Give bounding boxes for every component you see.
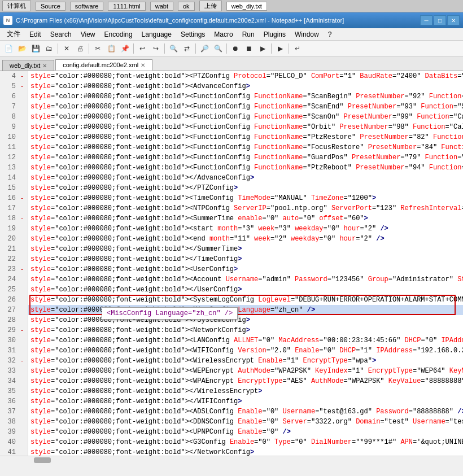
save-all-button[interactable]: 🗂	[43, 42, 55, 55]
code-line[interactable]: style="color:#000080;font-weight:bold"><…	[28, 71, 463, 81]
tab-config-close[interactable]: ✕	[141, 62, 145, 68]
tab-config[interactable]: config.default.mc200e2.xml ✕	[55, 59, 152, 71]
code-line[interactable]: style="color:#000080;font-weight:bold"><…	[28, 91, 463, 102]
menu-plugins[interactable]: Plugins	[259, 29, 290, 40]
macro-play-button[interactable]: ▶	[256, 42, 269, 55]
redo-button[interactable]: ↪	[150, 42, 162, 55]
code-line[interactable]: style="color:#000080;font-weight:bold"><…	[28, 173, 463, 183]
code-line[interactable]: style="color:#000080;font-weight:bold"><…	[28, 335, 463, 346]
code-line[interactable]: style="color:#000080;font-weight:bold"><…	[28, 142, 463, 152]
code-line[interactable]: style="color:#000080;font-weight:bold"><…	[28, 81, 463, 91]
minimize-button[interactable]: ─	[420, 15, 433, 25]
menu-encoding[interactable]: Encoding	[100, 29, 137, 40]
menu-language[interactable]: Language	[137, 29, 176, 40]
code-line[interactable]: style="color:#000080;font-weight:bold"><…	[28, 193, 463, 203]
code-line[interactable]: style="color:#000080;font-weight:bold"><…	[28, 386, 463, 396]
macro-stop-button[interactable]: ⏹	[243, 42, 255, 55]
code-line[interactable]: style="color:#000080;font-weight:bold"><…	[28, 102, 463, 112]
code-line[interactable]: style="color:#000080;font-weight:bold"><…	[28, 152, 463, 163]
macro-record-button[interactable]: ⏺	[229, 42, 242, 55]
fold-marker[interactable]: -	[18, 71, 26, 81]
fold-marker[interactable]: -	[18, 213, 26, 224]
taskbar-item-upload[interactable]: 上传	[199, 1, 222, 11]
code-line[interactable]: style="color:#000080;font-weight:bold"><…	[28, 305, 463, 315]
code-line[interactable]: style="color:#000080;font-weight:bold"><…	[28, 183, 463, 193]
save-button[interactable]: 💾	[29, 42, 42, 55]
code-line[interactable]: style="color:#000080;font-weight:bold"><…	[28, 396, 463, 407]
menu-window[interactable]: Window	[290, 29, 324, 40]
taskbar-item-source[interactable]: Source	[36, 2, 65, 11]
code-line[interactable]: style="color:#000080;font-weight:bold"><…	[28, 274, 463, 285]
menu-file[interactable]: 文件	[2, 28, 25, 40]
new-button[interactable]: 📄	[2, 42, 15, 55]
code-line[interactable]: style="color:#000080;font-weight:bold"><…	[28, 325, 463, 335]
code-line[interactable]: style="color:#000080;font-weight:bold"><…	[28, 417, 463, 427]
gutter-empty	[18, 417, 26, 427]
line-number: 30	[0, 335, 18, 346]
code-panel[interactable]: style="color:#000080;font-weight:bold"><…	[28, 71, 463, 456]
code-line[interactable]: style="color:#000080;font-weight:bold"><…	[28, 437, 463, 447]
fold-marker[interactable]: -	[18, 325, 26, 335]
fold-marker[interactable]: -	[18, 264, 26, 274]
copy-button[interactable]: 📋	[105, 42, 117, 55]
word-wrap-button[interactable]: ↵	[291, 42, 304, 55]
taskbar-item-wabt[interactable]: wabt	[150, 2, 173, 11]
scrollbar-thumb[interactable]	[34, 457, 51, 463]
code-line[interactable]: style="color:#000080;font-weight:bold"><…	[28, 203, 463, 213]
code-line[interactable]: style="color:#000080;font-weight:bold"><…	[28, 112, 463, 122]
run-button[interactable]: ▶	[274, 42, 286, 55]
menu-edit[interactable]: Edit	[25, 29, 46, 40]
code-line[interactable]: style="color:#000080;font-weight:bold"><…	[28, 295, 463, 305]
line-numbers-panel: 4-5-678910111213141516-1718-1920212223-2…	[0, 71, 28, 456]
menu-settings[interactable]: Settings	[176, 29, 209, 40]
taskbar-item-ok[interactable]: ok	[178, 2, 195, 11]
open-button[interactable]: 📂	[16, 42, 28, 55]
menu-search[interactable]: Search	[46, 29, 76, 40]
code-line[interactable]: style="color:#000080;font-weight:bold"><…	[28, 132, 463, 142]
code-line[interactable]: style="color:#000080;font-weight:bold"><…	[28, 285, 463, 295]
undo-button[interactable]: ↩	[136, 42, 148, 55]
tab-webdiy-close[interactable]: ✕	[42, 63, 47, 69]
menu-help[interactable]: ?	[324, 29, 337, 40]
menu-view[interactable]: View	[76, 29, 100, 40]
find-button[interactable]: 🔍	[167, 42, 180, 55]
line-number: 41	[0, 447, 18, 456]
fold-marker[interactable]: -	[18, 81, 26, 91]
code-line[interactable]: style="color:#000080;font-weight:bold"><…	[28, 315, 463, 325]
zoom-out-button[interactable]: 🔍	[212, 42, 224, 55]
fold-marker[interactable]: -	[18, 356, 26, 366]
gutter-empty	[18, 396, 26, 407]
zoom-in-button[interactable]: 🔎	[198, 42, 211, 55]
print-button[interactable]: 🖨	[74, 42, 86, 55]
code-line[interactable]: style="color:#000080;font-weight:bold"><…	[28, 163, 463, 173]
tab-webdiy[interactable]: web_diy.txt ✕	[2, 60, 54, 71]
close-button[interactable]: ✕	[447, 15, 460, 25]
code-line[interactable]: style="color:#000080;font-weight:bold"><…	[28, 407, 463, 417]
code-line[interactable]: style="color:#000080;font-weight:bold"><…	[28, 122, 463, 132]
taskbar-item-html[interactable]: 1111.html	[108, 2, 145, 11]
menu-run[interactable]: Run	[238, 29, 259, 40]
code-line[interactable]: style="color:#000080;font-weight:bold"><…	[28, 356, 463, 366]
cut-button[interactable]: ✂	[91, 42, 104, 55]
scrollbar-horizontal[interactable]	[0, 456, 463, 464]
menu-macro[interactable]: Macro	[209, 29, 237, 40]
taskbar-item-computer[interactable]: 计算机	[2, 1, 31, 11]
code-line[interactable]: style="color:#000080;font-weight:bold"><…	[28, 224, 463, 234]
code-line[interactable]: style="color:#000080;font-weight:bold"><…	[28, 264, 463, 274]
code-line[interactable]: style="color:#000080;font-weight:bold"><…	[28, 376, 463, 386]
paste-button[interactable]: 📌	[119, 42, 131, 55]
code-line[interactable]: style="color:#000080;font-weight:bold"><…	[28, 244, 463, 254]
maximize-button[interactable]: □	[434, 15, 446, 25]
replace-button[interactable]: ⇄	[181, 42, 193, 55]
code-line[interactable]: style="color:#000080;font-weight:bold"><…	[28, 346, 463, 356]
code-line[interactable]: style="color:#000080;font-weight:bold"><…	[28, 234, 463, 244]
taskbar-item-webdiy[interactable]: web_diy.txt	[226, 2, 267, 11]
code-line[interactable]: style="color:#000080;font-weight:bold"><…	[28, 447, 463, 456]
code-line[interactable]: style="color:#000080;font-weight:bold"><…	[28, 213, 463, 224]
taskbar-item-software[interactable]: software	[70, 2, 104, 11]
close-button-tb[interactable]: ✕	[60, 42, 73, 55]
code-line[interactable]: style="color:#000080;font-weight:bold"><…	[28, 254, 463, 264]
code-line[interactable]: style="color:#000080;font-weight:bold"><…	[28, 366, 463, 376]
fold-marker[interactable]: -	[18, 193, 26, 203]
code-line[interactable]: style="color:#000080;font-weight:bold"><…	[28, 427, 463, 437]
